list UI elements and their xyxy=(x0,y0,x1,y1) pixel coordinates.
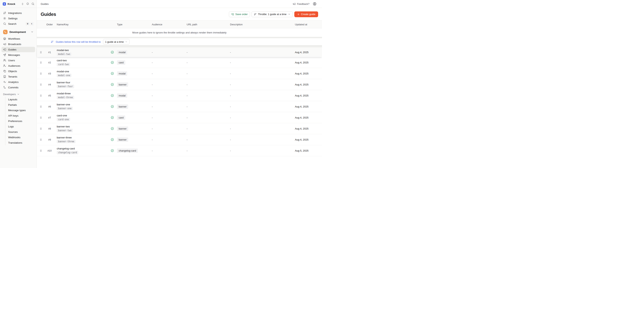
save-order-button[interactable]: Save order xyxy=(229,11,250,17)
ignore-throttle-dropzone[interactable]: Move guides here to ignore the throttle … xyxy=(37,28,322,37)
url-path-value: - xyxy=(184,61,227,64)
sidebar-item-objects[interactable]: Objects xyxy=(2,68,35,74)
sidebar-item-logs[interactable]: Logs xyxy=(6,124,35,129)
guide-type-badge: changelog-card xyxy=(117,149,138,153)
guide-name-link[interactable]: modal-two xyxy=(57,49,69,52)
guide-key-badge: banner-four xyxy=(57,85,74,88)
drag-dots-icon xyxy=(40,138,42,141)
sidebar-item-label: Translations xyxy=(8,141,22,144)
sidebar-item-preferences[interactable]: Preferences xyxy=(6,118,35,124)
topbar: Guides Feedback? xyxy=(37,0,322,8)
guide-name-link[interactable]: card-two xyxy=(57,59,67,62)
drag-handle[interactable] xyxy=(37,72,45,75)
drag-handle[interactable] xyxy=(37,51,45,54)
sidebar-item-search[interactable]: Search ⌘ K xyxy=(2,21,35,26)
sidebar-item-audiences[interactable]: Audiences xyxy=(2,63,35,68)
url-path-value: - xyxy=(184,72,227,75)
developers-section-toggle[interactable]: Developers xyxy=(2,92,35,97)
guide-name-link[interactable]: modal-three xyxy=(57,92,71,95)
drag-dots-icon xyxy=(40,149,42,152)
table-row[interactable]: #8 banner-two banner-two banner - - - Au… xyxy=(37,123,322,134)
plus-icon xyxy=(297,13,300,16)
table-row[interactable]: #2 card-two card-two card - - - Aug 4, 2… xyxy=(37,57,322,68)
updated-at-value: Aug 5, 2025 xyxy=(295,149,322,152)
guide-name-link[interactable]: changelog-card xyxy=(57,147,75,150)
environment-switcher[interactable]: Development xyxy=(2,29,35,35)
table-row[interactable]: #3 modal-one modal-one modal - - - Aug 4… xyxy=(37,68,322,79)
column-url-path: URL path xyxy=(184,23,227,26)
sidebar-item-label: Integrations xyxy=(8,11,22,14)
drag-dots-icon xyxy=(40,116,42,119)
drag-handle[interactable] xyxy=(37,61,45,64)
workspace-switcher-icon[interactable] xyxy=(21,2,24,5)
guide-type-badge: card xyxy=(117,60,125,65)
sidebar-item-integrations[interactable]: Integrations xyxy=(2,10,35,16)
table-row[interactable]: #9 banner-three banner-three banner - - … xyxy=(37,134,322,145)
drag-dots-icon xyxy=(40,94,42,97)
guide-name-link[interactable]: banner-four xyxy=(57,81,70,84)
sidebar-item-message-types[interactable]: Message types xyxy=(6,108,35,113)
drag-handle[interactable] xyxy=(37,116,45,119)
throttle-value-dropdown[interactable]: 1 guide at a time xyxy=(103,39,130,44)
sidebar-item-guides[interactable]: Guides xyxy=(2,47,35,52)
guide-key-badge: banner-three xyxy=(57,140,76,143)
sidebar-item-workflows[interactable]: Workflows xyxy=(2,36,35,41)
checklist-icon xyxy=(231,13,234,16)
table-row[interactable]: #5 modal-three modal-three modal - - - A… xyxy=(37,90,322,101)
url-path-value: - xyxy=(184,149,227,152)
updated-at-value: Aug 4, 2025 xyxy=(295,94,322,97)
table-row[interactable]: #1 modal-two modal-two modal - - - Aug 4… xyxy=(37,47,322,57)
throttle-divider-row[interactable]: Guides below this row will be throttled … xyxy=(37,38,322,45)
table-row[interactable]: #6 banner-one banner-one banner - - - Au… xyxy=(37,101,322,112)
drag-handle[interactable] xyxy=(37,127,45,130)
sidebar-item-webhooks[interactable]: Webhooks xyxy=(6,135,35,140)
sidebar-item-commits[interactable]: Commits xyxy=(2,85,35,90)
sidebar-item-messages[interactable]: Messages xyxy=(2,52,35,58)
sidebar-item-partials[interactable]: Partials xyxy=(6,102,35,108)
create-guide-button[interactable]: Create guide xyxy=(294,11,318,17)
sidebar-item-settings[interactable]: Settings xyxy=(2,16,35,21)
drag-handle[interactable] xyxy=(37,94,45,97)
notifications-bell-icon[interactable] xyxy=(26,2,29,5)
row-order: #7 xyxy=(45,116,54,119)
sidebar-item-translations[interactable]: Translations xyxy=(6,140,35,145)
table-row[interactable]: #7 card-one card-one card - - - Aug 4, 2… xyxy=(37,112,322,123)
audience-value: - xyxy=(149,72,184,75)
guide-name-link[interactable]: banner-one xyxy=(57,103,70,106)
environment-nav: Workflows Broadcasts Guides Messages Use… xyxy=(2,36,35,90)
status-check-icon xyxy=(110,105,114,108)
table-row[interactable]: #4 banner-four banner-four banner - - - … xyxy=(37,79,322,90)
description-value: - xyxy=(227,127,295,130)
chevron-down-icon xyxy=(17,93,20,96)
search-icon[interactable] xyxy=(31,2,34,5)
sidebar-item-users[interactable]: Users xyxy=(2,58,35,63)
drag-handle[interactable] xyxy=(37,138,45,141)
drag-handle[interactable] xyxy=(37,83,45,86)
guide-name-link[interactable]: card-one xyxy=(57,114,67,117)
sidebar-item-analytics[interactable]: Analytics xyxy=(2,79,35,85)
account-avatar-icon[interactable] xyxy=(313,2,316,6)
throttle-dropdown-button[interactable]: Throttle: 1 guide at a time xyxy=(252,11,292,17)
updated-at-value: Aug 4, 2025 xyxy=(295,72,322,75)
row-order: #6 xyxy=(45,105,54,108)
audience-value: - xyxy=(149,83,184,86)
guide-key-badge: card-two xyxy=(57,63,70,66)
table-row[interactable]: #10 changelog-card changelog-card change… xyxy=(37,145,322,156)
feedback-button[interactable]: Feedback? xyxy=(292,2,310,5)
drag-handle[interactable] xyxy=(37,149,45,152)
updated-at-value: Aug 4, 2025 xyxy=(295,105,322,108)
updated-at-value: Aug 4, 2025 xyxy=(295,138,322,141)
guide-name-link[interactable]: banner-two xyxy=(57,125,70,128)
drag-handle[interactable] xyxy=(37,105,45,108)
sidebar-item-layouts[interactable]: Layouts xyxy=(6,97,35,102)
sidebar-item-broadcasts[interactable]: Broadcasts xyxy=(2,41,35,47)
sidebar-item-tenants[interactable]: Tenants xyxy=(2,74,35,79)
description-value: - xyxy=(227,116,295,119)
guide-name-link[interactable]: banner-three xyxy=(57,136,72,139)
row-order: #3 xyxy=(45,72,54,75)
section-gap xyxy=(37,45,322,47)
guide-name-link[interactable]: modal-one xyxy=(57,70,69,73)
layers-icon xyxy=(3,37,6,40)
sidebar-item-sources[interactable]: Sources xyxy=(6,129,35,135)
sidebar-item-api-keys[interactable]: API keys xyxy=(6,113,35,118)
